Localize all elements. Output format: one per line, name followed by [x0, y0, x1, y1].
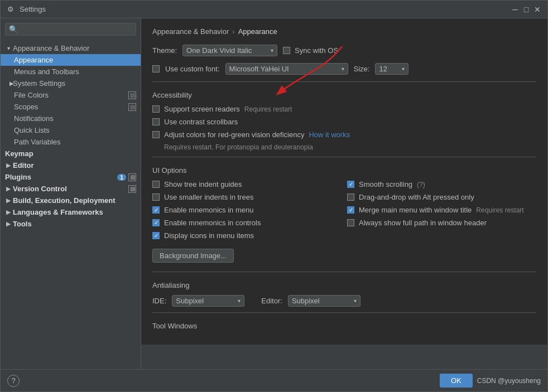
sidebar-item-label: Keymap	[5, 149, 33, 158]
ide-antialiasing-value: Subpixel	[176, 297, 204, 305]
support-screen-readers-checkbox[interactable]	[152, 105, 160, 113]
dropdown-arrow-icon: ▾	[354, 298, 357, 304]
sidebar-item-system-settings[interactable]: ▶ System Settings	[1, 78, 141, 89]
search-input[interactable]	[20, 25, 132, 33]
ok-button[interactable]: OK	[440, 374, 473, 388]
display-icons-row: Display icons in menu items	[152, 231, 342, 240]
window-icon: ⚙	[6, 5, 15, 14]
how-it-works-link[interactable]: How it works	[309, 130, 350, 139]
sidebar-item-tools[interactable]: ▶ Tools	[1, 218, 141, 230]
sidebar-item-editor[interactable]: ▶ Editor	[1, 159, 141, 171]
sidebar-item-path-variables[interactable]: Path Variables	[1, 136, 141, 148]
smooth-scrolling-checkbox[interactable]	[347, 181, 354, 188]
enable-mnemonics-controls-checkbox[interactable]	[152, 219, 160, 226]
sidebar-item-build-execution[interactable]: ▶ Build, Execution, Deployment	[1, 195, 141, 206]
sidebar-item-label: System Settings	[13, 79, 65, 88]
smaller-indents-label: Use smaller indents in trees	[164, 193, 253, 201]
theme-dropdown[interactable]: One Dark Vivid Italic ▾	[182, 45, 277, 56]
size-label: Size:	[354, 65, 370, 73]
expand-arrow-icon: ▾	[5, 45, 12, 52]
maximize-button[interactable]: □	[522, 5, 531, 14]
sidebar-item-menus-toolbars[interactable]: Menus and Toolbars	[1, 66, 141, 78]
show-tree-guides-checkbox[interactable]	[152, 181, 160, 188]
enable-mnemonics-controls-label: Enable mnemonics in controls	[164, 219, 261, 227]
sidebar-item-notifications[interactable]: Notifications	[1, 113, 141, 124]
sidebar-item-label: Scopes	[5, 103, 38, 111]
sidebar-item-plugins[interactable]: Plugins 1 ▤	[1, 171, 141, 183]
custom-font-row: Use custom font: Microsoft YaHei UI ▾ Si…	[152, 63, 536, 75]
help-button[interactable]: ?	[7, 375, 20, 387]
sidebar-item-quick-lists[interactable]: Quick Lists	[1, 124, 141, 136]
sidebar-item-label: Appearance	[5, 56, 53, 64]
sync-os-label: Sync with OS	[295, 46, 338, 55]
color-deficiency-row: Adjust colors for red-green vision defic…	[152, 130, 536, 139]
window-controls: ─ □ ✕	[511, 5, 542, 14]
search-box[interactable]: 🔍	[5, 23, 136, 36]
main-content: Appearance & Behavior › Appearance Theme…	[141, 18, 547, 345]
color-deficiency-note: Requires restart. For protanopia and deu…	[164, 143, 536, 151]
ui-options-left: Show tree indent guides Use smaller inde…	[152, 180, 342, 244]
ide-antialiasing-dropdown[interactable]: Subpixel ▾	[172, 295, 244, 307]
sidebar-item-label: File Colors	[5, 91, 49, 99]
smaller-indents-checkbox[interactable]	[152, 193, 160, 201]
background-image-button[interactable]: Background Image...	[152, 249, 234, 263]
sidebar-item-version-control[interactable]: ▶ Version Control ▤	[1, 183, 141, 195]
sidebar-item-appearance-behavior[interactable]: ▾ Appearance & Behavior	[1, 42, 141, 54]
editor-antialiasing-value: Subpixel	[292, 297, 320, 305]
expand-arrow-icon: ▶	[5, 162, 12, 169]
drag-drop-label: Drag-and-drop with Alt pressed only	[359, 193, 474, 201]
sidebar-item-label: Appearance & Behavior	[13, 44, 89, 52]
breadcrumb-separator: ›	[232, 27, 234, 36]
sidebar-item-label: Menus and Toolbars	[5, 67, 79, 76]
divider-2	[152, 157, 536, 157]
dropdown-arrow-icon: ▾	[238, 298, 241, 304]
editor-antialiasing-dropdown[interactable]: Subpixel ▾	[288, 295, 360, 307]
sidebar-item-scopes[interactable]: Scopes ▤	[1, 101, 141, 113]
custom-font-label: Use custom font:	[165, 65, 220, 73]
divider-3	[152, 272, 536, 272]
color-deficiency-label: Adjust colors for red-green vision defic…	[164, 130, 304, 139]
smooth-scrolling-label: Smooth scrolling	[359, 180, 412, 188]
sidebar-item-keymap[interactable]: Keymap	[1, 148, 141, 159]
accessibility-title: Accessibility	[152, 91, 536, 99]
show-tree-guides-label: Show tree indent guides	[164, 180, 242, 188]
expand-arrow-icon: ▶	[5, 209, 12, 216]
sidebar-item-file-colors[interactable]: File Colors ▤	[1, 89, 141, 101]
sidebar-item-label: Plugins	[5, 173, 31, 181]
always-full-path-checkbox[interactable]	[347, 219, 354, 226]
sidebar-item-languages-frameworks[interactable]: ▶ Languages & Frameworks	[1, 206, 141, 218]
merge-main-menu-checkbox[interactable]	[347, 206, 354, 214]
sidebar: 🔍 ▾ Appearance & Behavior Appearance Men…	[1, 18, 141, 369]
sidebar-item-appearance[interactable]: Appearance	[1, 54, 141, 66]
display-icons-checkbox[interactable]	[152, 232, 160, 239]
sidebar-item-label: Notifications	[5, 114, 54, 123]
contrast-scrollbars-checkbox[interactable]	[152, 118, 160, 125]
editor-label: Editor:	[261, 297, 282, 305]
sidebar-item-label: Quick Lists	[5, 126, 50, 134]
font-value: Microsoft YaHei UI	[229, 65, 289, 73]
color-deficiency-checkbox[interactable]	[152, 131, 160, 138]
theme-row: Theme: One Dark Vivid Italic ▾ Sync with…	[152, 45, 536, 56]
sidebar-item-label: Version Control	[13, 185, 67, 193]
drag-drop-checkbox[interactable]	[347, 193, 354, 201]
custom-font-checkbox[interactable]	[152, 65, 160, 72]
smooth-scrolling-row: Smooth scrolling (?)	[347, 180, 536, 188]
minimize-button[interactable]: ─	[511, 5, 520, 14]
always-full-path-label: Always show full path in window header	[359, 219, 487, 227]
smaller-indents-row: Use smaller indents in trees	[152, 193, 342, 201]
font-size-dropdown[interactable]: 12 ▾	[375, 63, 408, 75]
search-icon: 🔍	[9, 25, 18, 33]
dropdown-arrow-icon: ▾	[402, 66, 405, 72]
support-screen-readers-label: Support screen readers	[164, 105, 240, 113]
sync-os-checkbox[interactable]	[283, 47, 290, 54]
theme-value: One Dark Vivid Italic	[186, 46, 252, 55]
merge-main-menu-note: Requires restart	[476, 206, 523, 214]
title-bar: ⚙ Settings ─ □ ✕	[1, 1, 547, 18]
edit-icon: ▤	[128, 103, 136, 111]
close-button[interactable]: ✕	[533, 5, 542, 14]
font-dropdown[interactable]: Microsoft YaHei UI ▾	[225, 63, 348, 75]
sidebar-item-label: Build, Execution, Deployment	[13, 196, 115, 205]
enable-mnemonics-menu-checkbox[interactable]	[152, 206, 160, 214]
action-buttons: OK CSDN @yuyousheng	[440, 374, 541, 388]
enable-mnemonics-menu-row: Enable mnemonics in menu	[152, 206, 342, 214]
